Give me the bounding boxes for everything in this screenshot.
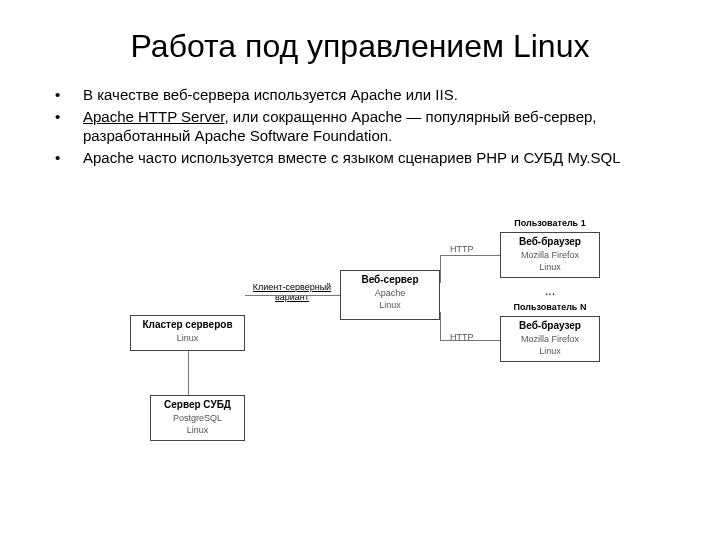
client-server-label: Клиент-серверный вариант: [242, 282, 342, 302]
user1-title: Пользователь 1: [500, 218, 600, 228]
connector-line: [440, 255, 500, 256]
bullet-icon: •: [55, 148, 83, 168]
http-label-1: HTTP: [450, 244, 474, 254]
bullet-icon: •: [55, 107, 83, 146]
apache-link[interactable]: Apache HTTP Server: [83, 108, 224, 125]
webserver-title: Веб-сервер: [345, 273, 435, 286]
dbserver-title: Сервер СУБД: [155, 398, 240, 411]
bullet-text: В качестве веб-сервера используется Apac…: [83, 85, 670, 105]
connector-line: [188, 351, 189, 395]
userN-box: Веб-браузер Mozilla Firefox Linux: [500, 316, 600, 362]
bullet-list: • В качестве веб-сервера используется Ap…: [55, 85, 670, 167]
user1-browser-name: Mozilla Firefox: [505, 250, 595, 262]
webserver-box: Веб-сервер Apache Linux: [340, 270, 440, 320]
webserver-name: Apache: [345, 288, 435, 300]
user1-os: Linux: [505, 262, 595, 274]
userN-browser-label: Веб-браузер: [505, 319, 595, 332]
userN-title: Пользователь N: [500, 302, 600, 312]
cluster-os: Linux: [135, 333, 240, 345]
connector-line: [440, 340, 500, 341]
bullet-icon: •: [55, 85, 83, 105]
user1-box: Веб-браузер Mozilla Firefox Linux: [500, 232, 600, 278]
page-title: Работа под управлением Linux: [0, 28, 720, 65]
connector-line: [440, 255, 441, 283]
bullet-text: Apache часто используется вместе с языко…: [83, 148, 670, 168]
dbserver-name: PostgreSQL: [155, 413, 240, 425]
cluster-box: Кластер серверов Linux: [130, 315, 245, 351]
dbserver-os: Linux: [155, 425, 240, 437]
connector-line: [245, 295, 340, 296]
userN-browser-name: Mozilla Firefox: [505, 334, 595, 346]
list-item: • В качестве веб-сервера используется Ap…: [55, 85, 670, 105]
user1-browser-label: Веб-браузер: [505, 235, 595, 248]
dbserver-box: Сервер СУБД PostgreSQL Linux: [150, 395, 245, 441]
architecture-diagram: Пользователь 1 Веб-браузер Mozilla Firef…: [0, 220, 720, 540]
connector-line: [440, 312, 441, 340]
userN-os: Linux: [505, 346, 595, 358]
webserver-os: Linux: [345, 300, 435, 312]
list-item: • Apache часто используется вместе с язы…: [55, 148, 670, 168]
cluster-title: Кластер серверов: [135, 318, 240, 331]
users-ellipsis: ...: [535, 284, 565, 298]
bullet-text: Apache HTTP Server, или сокращенно Apach…: [83, 107, 670, 146]
list-item: • Apache HTTP Server, или сокращенно Apa…: [55, 107, 670, 146]
